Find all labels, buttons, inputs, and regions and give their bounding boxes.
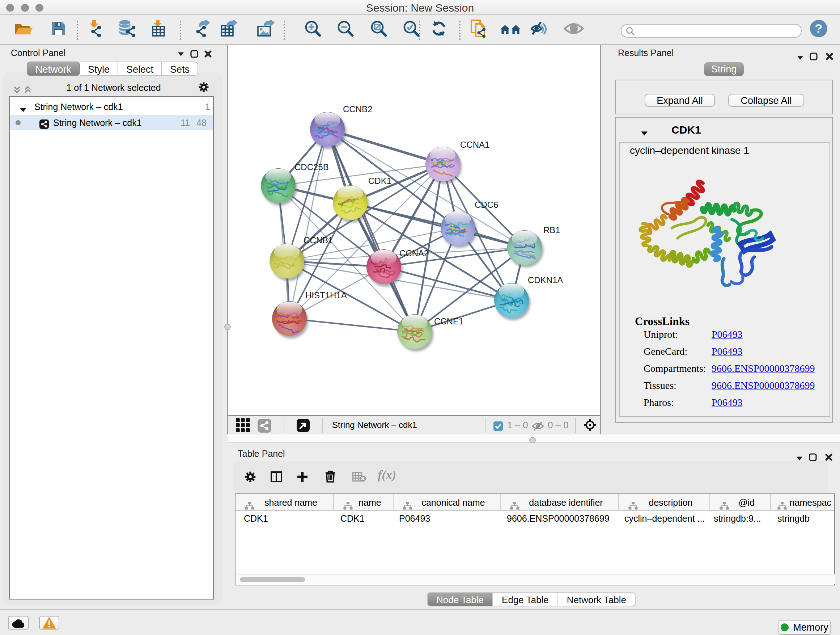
svg-text:CCNB2: CCNB2 [343, 104, 372, 114]
svg-text:CCNA2: CCNA2 [399, 249, 429, 258]
svg-text:CDK1: CDK1 [368, 176, 392, 186]
svg-text:CDKN1A: CDKN1A [528, 275, 563, 285]
svg-text:CCNE1: CCNE1 [434, 317, 463, 326]
svg-text:CDC25B: CDC25B [294, 162, 329, 172]
svg-text:CCNB1: CCNB1 [303, 235, 333, 245]
svg-text:HIST1H1A: HIST1H1A [305, 290, 347, 300]
svg-text:RB1: RB1 [543, 225, 561, 235]
svg-text:?: ? [815, 21, 823, 35]
svg-text:CCNA1: CCNA1 [460, 140, 489, 149]
svg-text:CDC6: CDC6 [475, 200, 498, 210]
